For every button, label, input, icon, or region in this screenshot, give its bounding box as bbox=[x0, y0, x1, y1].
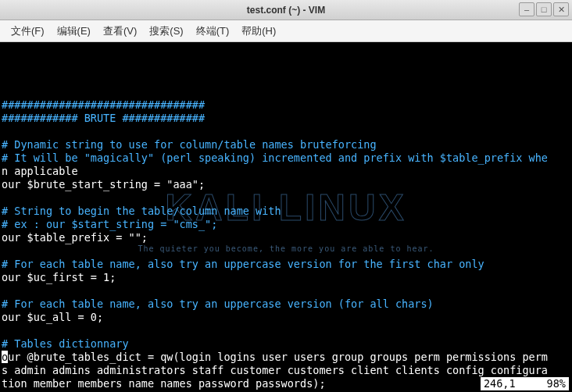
maximize-button[interactable]: □ bbox=[536, 2, 552, 16]
cursor: o bbox=[2, 351, 8, 363]
editor-line: tion member members name names password … bbox=[2, 377, 570, 390]
editor-line: our $uc_all = 0; bbox=[2, 311, 570, 324]
editor-line bbox=[2, 191, 570, 205]
editor-line bbox=[2, 324, 570, 337]
editor-line: # It will be "magically" (perl speaking)… bbox=[2, 151, 570, 165]
editor-line: n applicable bbox=[2, 165, 570, 178]
editor-line bbox=[2, 284, 570, 298]
editor-line: # Tables dictionnary bbox=[2, 337, 570, 351]
terminal-area[interactable]: KALI LINUX The quieter you become, the m… bbox=[0, 42, 572, 392]
minimize-button[interactable]: – bbox=[519, 2, 534, 16]
editor-line: # Dynamic string to use for column/table… bbox=[2, 138, 570, 151]
editor-line: ################################ bbox=[2, 98, 570, 112]
titlebar: test.conf (~) - VIM – □ ✕ bbox=[0, 0, 572, 20]
editor-line: # ex : our $start_string = "cms_"; bbox=[2, 218, 570, 231]
editor-line bbox=[2, 125, 570, 138]
menu-search[interactable]: 搜索(S) bbox=[145, 23, 188, 40]
editor-content: ########################################… bbox=[2, 85, 570, 390]
editor-line: s admin admins administrators staff cust… bbox=[2, 364, 570, 377]
close-button[interactable]: ✕ bbox=[553, 2, 569, 16]
editor-line: # String to begin the table/column name … bbox=[2, 205, 570, 218]
menu-edit[interactable]: 编辑(E) bbox=[52, 23, 95, 40]
editor-line: our $table_prefix = ""; bbox=[2, 231, 570, 244]
editor-line: our $brute_start_string = "aaa"; bbox=[2, 178, 570, 191]
menu-view[interactable]: 查看(V) bbox=[98, 23, 141, 40]
editor-line bbox=[2, 85, 570, 98]
menu-file[interactable]: 文件(F) bbox=[6, 23, 49, 40]
editor-line: ############ BRUTE ############# bbox=[2, 112, 570, 125]
editor-line: our $uc_first = 1; bbox=[2, 271, 570, 284]
editor-line: # For each table name, also try an upper… bbox=[2, 298, 570, 311]
menu-terminal[interactable]: 终端(T) bbox=[191, 23, 234, 40]
menubar: 文件(F) 编辑(E) 查看(V) 搜索(S) 终端(T) 帮助(H) bbox=[0, 20, 572, 42]
menu-help[interactable]: 帮助(H) bbox=[237, 23, 281, 40]
window-title: test.conf (~) - VIM bbox=[247, 5, 325, 16]
editor-line bbox=[2, 244, 570, 258]
editor-line: # For each table name, also try an upper… bbox=[2, 258, 570, 271]
editor-line: our @brute_tables_dict = qw(login logins… bbox=[2, 351, 570, 364]
window-controls: – □ ✕ bbox=[519, 2, 569, 16]
